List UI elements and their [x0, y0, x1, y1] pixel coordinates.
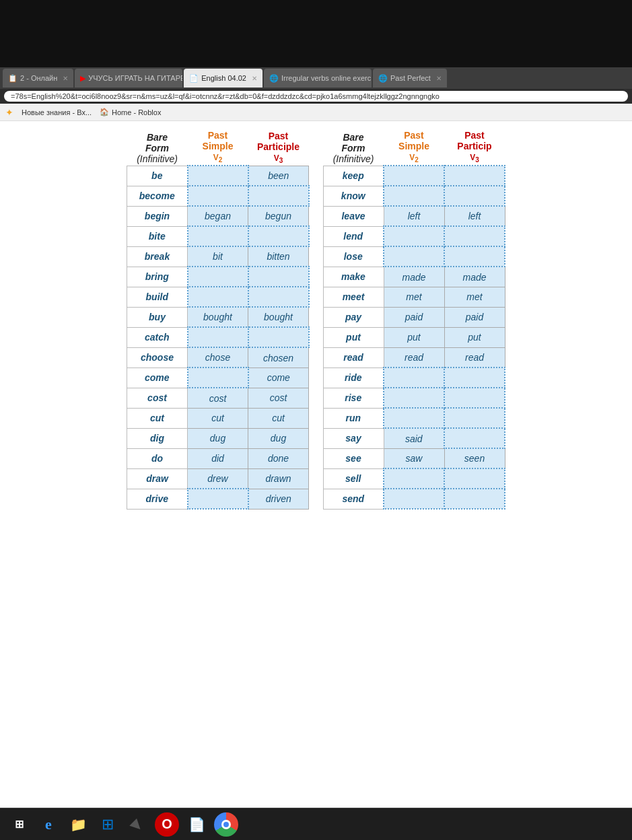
files-taskbar-icon[interactable]: 📁 [66, 812, 90, 837]
tab-guitar[interactable]: ▶ УЧУСЬ ИГРАТЬ НА ГИТАРЕ ✕ [75, 69, 182, 88]
right-v3-cell[interactable]: read [444, 347, 505, 368]
left-v3-cell[interactable]: cut [248, 408, 309, 428]
left-v3-cell[interactable]: cost [248, 388, 309, 408]
right-v3-cell[interactable]: paid [444, 307, 505, 327]
left-v3-cell[interactable]: done [248, 448, 309, 468]
chrome-taskbar-icon[interactable] [214, 812, 238, 837]
left-v3-cell[interactable]: dug [248, 428, 309, 448]
left-v2-cell[interactable] [188, 186, 248, 206]
tab-english[interactable]: 📄 English 04.02 ✕ [184, 69, 262, 88]
right-table-row: rise [323, 388, 505, 408]
left-v3-cell[interactable] [248, 186, 309, 206]
tab-english-icon: 📄 [189, 74, 199, 83]
bookmark-roblox-label: Home - Roblox [112, 108, 161, 116]
right-v2-cell[interactable]: put [384, 327, 444, 347]
left-v3-cell[interactable]: begun [248, 206, 309, 226]
right-v3-cell[interactable] [444, 246, 505, 267]
left-v2-cell[interactable]: bought [188, 307, 248, 327]
right-v3-cell[interactable] [444, 186, 505, 206]
right-v3-cell[interactable] [444, 428, 505, 448]
tab-past-perfect-close[interactable]: ✕ [436, 75, 442, 82]
left-v3-cell[interactable]: bought [248, 307, 309, 327]
left-v3-cell[interactable]: chosen [248, 347, 309, 368]
right-v3-cell[interactable] [444, 388, 505, 408]
dark-top-area [0, 0, 632, 67]
left-v2-cell[interactable] [188, 327, 248, 347]
right-v2-cell[interactable]: read [384, 347, 444, 368]
left-v3-cell[interactable] [248, 226, 309, 246]
left-v2-cell[interactable]: bit [188, 246, 248, 267]
right-v2-cell[interactable]: made [384, 267, 444, 287]
left-v3-cell[interactable]: driven [248, 489, 309, 509]
right-v3-cell[interactable] [444, 226, 505, 246]
left-table-row: catch [127, 327, 309, 347]
startmenu-taskbar-icon[interactable]: ⊞ [96, 812, 120, 837]
right-v3-cell[interactable]: met [444, 287, 505, 307]
tab-irregular[interactable]: 🌐 Irregular verbs online exerc ✕ [264, 69, 372, 88]
right-v3-cell[interactable]: left [444, 206, 505, 226]
left-bare-cell: do [127, 448, 188, 468]
left-v2-cell[interactable]: cost [188, 388, 248, 408]
right-v2-cell[interactable] [384, 166, 444, 186]
right-v3-cell[interactable] [444, 166, 505, 186]
left-v3-cell[interactable]: drawn [248, 468, 309, 489]
left-v2-cell[interactable]: began [188, 206, 248, 226]
right-v2-cell[interactable] [384, 368, 444, 388]
left-v2-cell[interactable]: chose [188, 347, 248, 368]
tab-english-close[interactable]: ✕ [252, 75, 257, 82]
bookmark-roblox[interactable]: 🏠 Home - Roblox [100, 108, 161, 116]
left-v2-cell[interactable]: drew [188, 468, 248, 489]
right-v3-cell[interactable] [444, 489, 505, 509]
right-v2-cell[interactable]: paid [384, 307, 444, 327]
files2-taskbar-icon[interactable]: 📄 [184, 812, 209, 837]
left-table-row: bite [127, 226, 309, 246]
left-v2-cell[interactable] [188, 368, 248, 388]
left-v3-cell[interactable] [248, 287, 309, 307]
left-bare-cell: come [127, 368, 188, 388]
tab-past-perfect[interactable]: 🌐 Past Perfect ✕ [373, 69, 447, 88]
address-bar[interactable]: =78s=English%20&t=oci6l8nooz9&sr=n&ms=uz… [4, 91, 628, 102]
left-v2-cell[interactable] [188, 226, 248, 246]
left-v2-cell[interactable]: did [188, 448, 248, 468]
tab-2-online[interactable]: 📋 2 - Онлайн ✕ [3, 69, 73, 88]
right-v3-cell[interactable]: put [444, 327, 505, 347]
left-v2-cell[interactable] [188, 166, 248, 186]
right-v3-cell[interactable]: seen [444, 448, 505, 468]
edge-taskbar-icon[interactable]: e [36, 812, 61, 837]
right-v2-cell[interactable]: left [384, 206, 444, 226]
tab-2-online-close[interactable]: ✕ [63, 75, 68, 82]
left-v3-cell[interactable]: bitten [248, 246, 309, 267]
left-v3-cell[interactable]: been [248, 166, 309, 186]
right-v3-cell[interactable] [444, 408, 505, 428]
windows-taskbar-icon[interactable]: ⊞ [7, 812, 31, 837]
right-table-row: ride [323, 368, 505, 388]
left-v2-cell[interactable] [188, 287, 248, 307]
left-table-row: bebeen [127, 166, 309, 186]
right-v2-cell[interactable] [384, 468, 444, 489]
left-v2-cell[interactable]: dug [188, 428, 248, 448]
left-th-past-participle: PastParticiple V3 [248, 128, 309, 166]
left-v3-cell[interactable] [248, 267, 309, 287]
left-v3-cell[interactable]: come [248, 368, 309, 388]
right-table-row: send [323, 489, 505, 509]
bookmark-novye-znania[interactable]: Новые знания - Вх... [22, 108, 92, 116]
left-v2-cell[interactable]: cut [188, 408, 248, 428]
mail-taskbar-icon[interactable]: ▶ [120, 807, 155, 840]
right-v3-cell[interactable]: made [444, 267, 505, 287]
left-v2-cell[interactable] [188, 489, 248, 509]
right-v2-cell[interactable] [384, 246, 444, 267]
right-v3-cell[interactable] [444, 468, 505, 489]
right-bare-cell: send [323, 489, 384, 509]
right-v2-cell[interactable]: said [384, 428, 444, 448]
left-v3-cell[interactable] [248, 327, 309, 347]
right-v2-cell[interactable] [384, 186, 444, 206]
right-v2-cell[interactable] [384, 388, 444, 408]
right-v2-cell[interactable] [384, 226, 444, 246]
opera-taskbar-icon[interactable]: O [155, 812, 179, 837]
right-v2-cell[interactable]: saw [384, 448, 444, 468]
right-v2-cell[interactable] [384, 408, 444, 428]
right-v3-cell[interactable] [444, 368, 505, 388]
right-v2-cell[interactable]: met [384, 287, 444, 307]
right-v2-cell[interactable] [384, 489, 444, 509]
left-v2-cell[interactable] [188, 267, 248, 287]
